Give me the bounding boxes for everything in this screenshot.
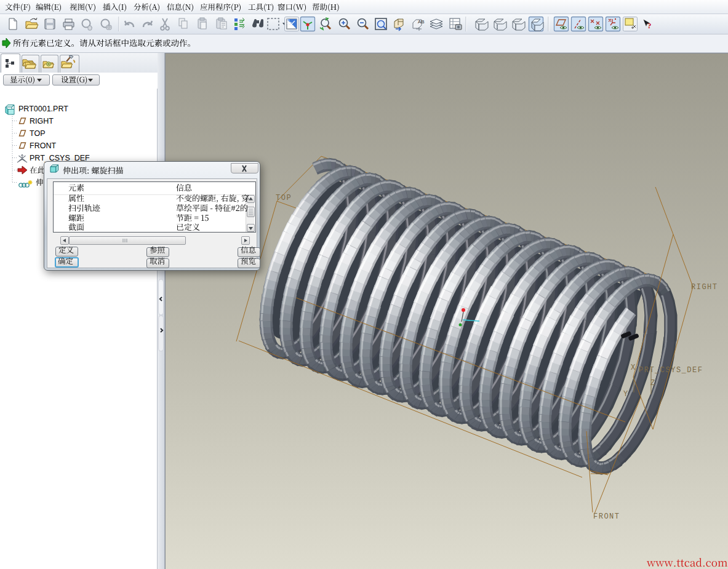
svg-text:AB: AB [418,19,425,25]
svg-text:Y: Y [623,390,629,399]
svg-text:TOP: TOP [276,194,292,202]
svg-text:Z: Z [650,379,656,388]
svg-text:RIGHT: RIGHT [691,283,718,292]
svg-text:X: X [631,364,636,372]
svg-text:?: ? [647,21,652,30]
svg-text:FRONT: FRONT [593,512,620,521]
svg-text:PRT_CSYS_DEF: PRT_CSYS_DEF [639,366,703,375]
